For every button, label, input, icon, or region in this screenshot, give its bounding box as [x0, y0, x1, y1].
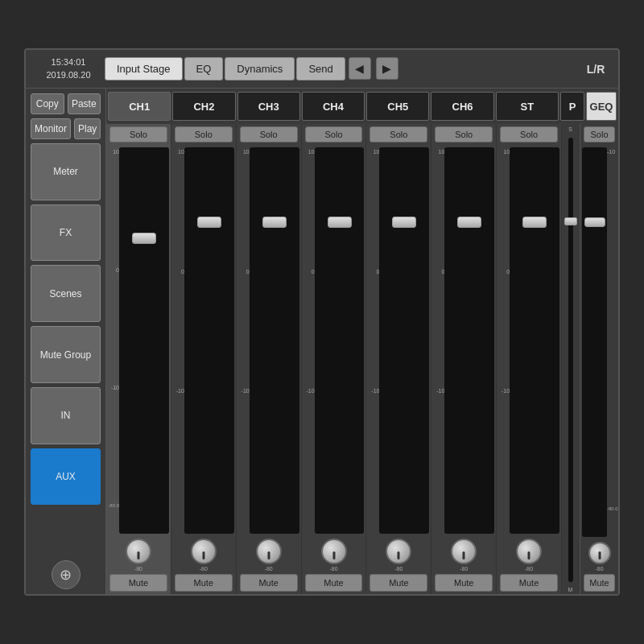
lr-knob[interactable]: [588, 542, 611, 564]
ch2-track: [184, 147, 234, 534]
st-header[interactable]: ST: [496, 92, 559, 121]
ch4-knob[interactable]: [321, 539, 347, 564]
ch2-fader-inner: 10 0 -10: [173, 144, 234, 537]
in-button[interactable]: IN: [31, 387, 101, 444]
ch5-fader-area: 10 0 -10: [366, 144, 431, 537]
ch6-solo[interactable]: Solo: [435, 126, 493, 142]
ch5-knob[interactable]: [386, 539, 411, 564]
ch5-header[interactable]: CH5: [366, 92, 429, 121]
monitor-button[interactable]: Monitor: [31, 118, 71, 139]
geq-header[interactable]: GEQ: [586, 92, 617, 121]
ch2-fader-area: 10 0 -10: [171, 144, 236, 537]
lr-solo[interactable]: Solo: [584, 126, 616, 142]
s-handle[interactable]: [564, 217, 577, 225]
lr-mute[interactable]: Mute: [584, 574, 616, 592]
ch5-track: [379, 147, 429, 534]
s-strip: S M: [562, 124, 580, 594]
ch3-scale: 10 0 -10: [238, 144, 250, 537]
paste-button[interactable]: Paste: [68, 93, 101, 114]
scenes-button[interactable]: Scenes: [31, 265, 101, 322]
channels-area: CH1 CH2 CH3 CH4 CH5 CH6 ST P GEQ Solo: [106, 89, 618, 594]
mixer-console: 15:34:01 2019.08.20 Input Stage EQ Dynam…: [24, 48, 620, 596]
tab-input-stage[interactable]: Input Stage: [105, 57, 183, 80]
ch1-fader-col: [119, 144, 169, 537]
ch3-strip: Solo 10 0 -10: [237, 124, 302, 594]
lr-knob-label: -80: [595, 566, 603, 572]
lr-scale: -10 -80.0: [607, 144, 617, 540]
ch2-header[interactable]: CH2: [172, 92, 235, 121]
ch3-fader-area: 10 0 -10: [237, 144, 301, 537]
ch5-fader-inner: 10 0 -10: [368, 144, 429, 537]
lr-label: L/R: [580, 63, 612, 76]
ch5-scale: 10 0 -10: [368, 144, 379, 537]
st-handle[interactable]: [522, 217, 547, 228]
ch6-handle[interactable]: [457, 217, 481, 228]
s-solo-label: S: [568, 126, 572, 132]
ch6-knob[interactable]: [451, 539, 477, 564]
st-mute[interactable]: Mute: [500, 574, 558, 592]
tab-send[interactable]: Send: [296, 57, 345, 80]
ch4-mute[interactable]: Mute: [305, 574, 363, 592]
st-scale: 10 0 -10: [498, 144, 510, 537]
clock: 15:34:01: [32, 56, 105, 68]
ch4-header[interactable]: CH4: [302, 92, 365, 121]
ch4-solo[interactable]: Solo: [305, 126, 363, 142]
ch2-solo[interactable]: Solo: [175, 126, 233, 142]
copy-button[interactable]: Copy: [31, 93, 64, 114]
ch1-header[interactable]: CH1: [108, 92, 171, 121]
st-knob[interactable]: [516, 539, 542, 564]
meter-button[interactable]: Meter: [31, 143, 101, 200]
lr-handle[interactable]: [584, 217, 605, 227]
time-display: 15:34:01 2019.08.20: [32, 56, 105, 81]
ch3-fader-inner: 10 0 -10: [238, 144, 299, 537]
ch3-solo[interactable]: Solo: [240, 126, 298, 142]
ch3-knob[interactable]: [256, 539, 282, 564]
ch6-header[interactable]: CH6: [431, 92, 493, 121]
ch5-handle[interactable]: [392, 217, 416, 228]
top-bar: 15:34:01 2019.08.20 Input Stage EQ Dynam…: [26, 50, 618, 89]
ch6-mute[interactable]: Mute: [435, 574, 493, 592]
ch2-handle[interactable]: [197, 217, 221, 228]
ch1-fader-inner: 10 0 -10 -80.0: [108, 144, 169, 537]
lr-fader-area: -10 -80.0: [580, 144, 618, 540]
ch1-knob[interactable]: [126, 539, 151, 564]
fx-button[interactable]: FX: [31, 204, 101, 262]
nav-next-button[interactable]: ▶: [376, 57, 398, 80]
ch5-knob-label: -80: [394, 566, 402, 572]
ch1-knob-label: -80: [134, 566, 142, 572]
ch6-fader-inner: 10 0 -10: [433, 144, 494, 537]
monitor-play-row: Monitor Play: [31, 118, 101, 139]
ch2-knob[interactable]: [191, 539, 217, 564]
nav-prev-button[interactable]: ◀: [349, 57, 371, 80]
tab-dynamics[interactable]: Dynamics: [225, 57, 295, 80]
ch3-handle[interactable]: [262, 217, 287, 228]
ch3-header[interactable]: CH3: [237, 92, 300, 121]
aux-button[interactable]: AUX: [31, 448, 101, 506]
ch1-mute[interactable]: Mute: [109, 574, 167, 592]
ch2-fader-col: [184, 144, 234, 537]
ch3-mute[interactable]: Mute: [240, 574, 298, 592]
ch2-scale: 10 0 -10: [173, 144, 184, 537]
ch4-fader-inner: 10 0 -10: [303, 144, 365, 537]
lr-strip: Solo -10 -80.0: [580, 124, 618, 594]
date: 2019.08.20: [32, 69, 105, 81]
ch2-mute[interactable]: Mute: [175, 574, 233, 592]
ch6-track: [444, 147, 494, 534]
mute-group-button[interactable]: Mute Group: [31, 326, 101, 383]
ch3-knob-label: -80: [265, 566, 273, 572]
st-solo[interactable]: Solo: [500, 126, 558, 142]
p-header[interactable]: P: [560, 92, 584, 121]
st-track: [510, 147, 559, 534]
copy-paste-row: Copy Paste: [31, 93, 101, 114]
ch1-solo[interactable]: Solo: [109, 126, 167, 142]
tab-eq[interactable]: EQ: [184, 57, 224, 80]
st-strip: Solo 10 0 -10: [497, 124, 562, 594]
ch4-handle[interactable]: [328, 217, 352, 228]
ch5-mute[interactable]: Mute: [369, 574, 427, 592]
ch5-fader-col: [379, 144, 429, 537]
play-button[interactable]: Play: [74, 118, 101, 139]
ch1-strip: Solo 10 0 -10 -80.0: [106, 124, 171, 594]
globe-button[interactable]: ⊕: [52, 560, 80, 589]
ch5-solo[interactable]: Solo: [369, 126, 427, 142]
ch1-handle[interactable]: [132, 233, 156, 244]
